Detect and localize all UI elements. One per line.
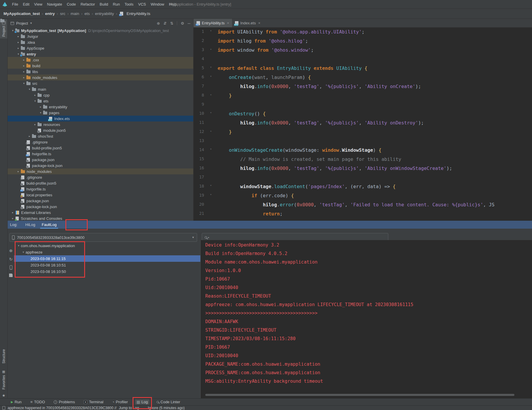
hide-icon[interactable]: ─ — [188, 21, 190, 26]
menu-run[interactable]: Run — [111, 2, 122, 6]
tree-item-ets[interactable]: ▾ets — [8, 98, 193, 104]
fault-package-row[interactable]: ▾com.ohos.huawei.myapplication — [14, 242, 200, 249]
tree-item-scratches and consoles[interactable]: ▸Scratches and Consoles — [8, 215, 193, 221]
editor[interactable]: EntryAbility.ts×Index.ets× 1▾import UIAb… — [194, 19, 532, 221]
chevron-right-icon[interactable]: ▸ — [27, 135, 32, 138]
toolbar-run-button[interactable]: ▶Run — [9, 399, 23, 404]
menu-build[interactable]: Build — [97, 2, 111, 6]
fold-marker-icon[interactable]: ▾ — [204, 147, 218, 156]
chevron-right-icon[interactable]: ▸ — [16, 47, 21, 50]
chevron-right-icon[interactable]: ▸ — [33, 123, 37, 126]
crosshair-icon[interactable]: ⊕ — [9, 248, 13, 253]
tree-item-index.ets[interactable]: Index.ets — [8, 116, 193, 122]
fold-marker-icon[interactable]: ▾ — [204, 193, 218, 202]
breadcrumb-item-myapplication_test[interactable]: MyApplication_test — [4, 11, 40, 16]
breadcrumb-item-entry[interactable]: entry — [45, 11, 55, 16]
breadcrumb-item-src[interactable]: src — [60, 11, 65, 16]
chevron-right-icon[interactable]: ▸ — [22, 70, 26, 73]
breadcrumb-item-entryability[interactable]: entryability — [95, 11, 114, 16]
tree-item-package-lock.json[interactable]: package-lock.json — [8, 204, 193, 210]
tree-item-cpp[interactable]: ▸cpp — [8, 92, 193, 98]
tree-item-hvigorfile.ts[interactable]: hvigorfile.ts — [8, 151, 193, 157]
tree-item-.hvigor[interactable]: ▸.hvigor — [8, 33, 193, 39]
chevron-down-icon[interactable]: ▼ — [30, 22, 32, 25]
toolbar-profiler-button[interactable]: ◔Profiler — [111, 399, 129, 404]
chevron-right-icon[interactable]: ▸ — [11, 217, 15, 220]
fault-entry-row[interactable]: 2023-03-08 16:11:15 — [14, 255, 200, 262]
stripe-favorites-button[interactable]: Favorites — [0, 375, 7, 389]
horizontal-scrollbar[interactable] — [205, 394, 514, 396]
tree-item-package.json[interactable]: package.json — [8, 157, 193, 163]
tree-item-main[interactable]: ▾main — [8, 86, 193, 92]
menu-tools[interactable]: Tools — [122, 2, 136, 6]
fold-marker-icon[interactable]: ▾ — [204, 65, 218, 75]
tree-item-build[interactable]: ▸build — [8, 63, 193, 69]
chevron-right-icon[interactable]: ▸ — [38, 105, 43, 108]
chevron-down-icon[interactable]: ▾ — [21, 251, 26, 254]
tab-faultlog[interactable]: FaultLog — [38, 221, 60, 229]
star-icon[interactable]: ★ — [0, 393, 7, 398]
tree-item-local.properties[interactable]: local.properties — [8, 192, 193, 198]
menu-window[interactable]: Window — [148, 2, 167, 6]
tree-item-appscope[interactable]: ▸AppScope — [8, 45, 193, 51]
fault-group-row[interactable]: ▾appfreeze — [14, 249, 200, 255]
jump-to-log-link[interactable]: Jump to Log — [119, 406, 139, 410]
folder-icon[interactable] — [0, 19, 4, 22]
tree-item-node_modules[interactable]: ▸node_modules — [8, 75, 193, 80]
chevron-down-icon[interactable]: ▾ — [22, 82, 26, 85]
chevron-right-icon[interactable]: ▸ — [16, 170, 21, 173]
code-area[interactable]: 1▾import UIAbility from '@ohos.app.abili… — [194, 28, 532, 220]
tree-item-.idea[interactable]: ▸.idea — [8, 39, 193, 45]
tree-item-package.json[interactable]: package.json — [8, 198, 193, 204]
device-selector[interactable]: 7001005458323933328a013ce39c3800 ▼ — [9, 233, 197, 242]
chevron-down-icon[interactable]: ▾ — [33, 99, 37, 102]
tree-item-module.json5[interactable]: module.json5 — [8, 127, 193, 133]
collapse-all-icon[interactable]: ⇅ — [170, 21, 173, 26]
menu-view[interactable]: View — [32, 2, 45, 6]
tree-item-src[interactable]: ▾src — [8, 80, 193, 86]
tree-item-pages[interactable]: ▾pages — [8, 110, 193, 116]
tree-item-.cxx[interactable]: ▸.cxx — [8, 57, 193, 63]
fold-marker-icon[interactable]: ▾ — [204, 75, 218, 84]
menu-navigate[interactable]: Navigate — [45, 2, 64, 6]
menu-refactor[interactable]: Refactor — [78, 2, 97, 6]
chevron-right-icon[interactable]: ▸ — [22, 64, 26, 67]
chevron-down-icon[interactable]: ▾ — [38, 111, 43, 114]
chevron-right-icon[interactable]: ▸ — [16, 41, 21, 44]
chevron-right-icon[interactable]: ▸ — [22, 76, 26, 79]
tab-index.ets[interactable]: Index.ets× — [232, 19, 263, 27]
chevron-down-icon[interactable]: ▾ — [16, 53, 21, 55]
tree-item-node_modules[interactable]: ▸node_modules — [8, 168, 193, 174]
tree-item-.gitignore[interactable]: .gitignore — [8, 139, 193, 145]
tree-item-build-profile.json5[interactable]: build-profile.json5 — [8, 180, 193, 186]
breadcrumb-item-entryability.ts[interactable]: EntryAbility.ts — [119, 11, 150, 16]
chevron-down-icon[interactable]: ▾ — [11, 29, 15, 32]
stripe-structure-button[interactable]: Structure — [0, 349, 7, 364]
toolbar-problems-button[interactable]: !Problems — [52, 399, 76, 404]
tree-item-package-lock.json[interactable]: package-lock.json — [8, 163, 193, 168]
menu-file[interactable]: File — [10, 2, 21, 6]
expand-all-icon[interactable]: ⇵ — [163, 21, 167, 26]
chevron-right-icon[interactable]: ▸ — [33, 94, 37, 97]
menu-code[interactable]: Code — [65, 2, 78, 6]
tree-item-entry[interactable]: ▾entry — [8, 51, 193, 57]
tree-item-libs[interactable]: ▸libs — [8, 69, 193, 75]
toolbar-terminal-button[interactable]: ▸Terminal — [82, 399, 105, 404]
ignore-link[interactable]: Ignore (5 minutes ago) — [148, 406, 185, 410]
tab-hilog[interactable]: HiLog — [22, 221, 38, 229]
grid-icon[interactable]: ▦ — [0, 370, 7, 374]
fold-marker-icon[interactable]: ▾ — [204, 29, 218, 38]
device-icon[interactable] — [10, 265, 12, 270]
chevron-right-icon[interactable]: ▸ — [11, 211, 15, 214]
fault-detail-panel[interactable]: Device info:OpenHarmony 3.2Build info:Op… — [201, 240, 532, 398]
fold-marker-icon[interactable]: ▴ — [204, 93, 218, 102]
fault-entry-row[interactable]: 2023-03-08 16:10:51 — [14, 262, 200, 268]
fold-marker-icon[interactable]: ▴ — [204, 47, 218, 56]
menu-vcs[interactable]: VCS — [136, 2, 148, 6]
tree-item-resources[interactable]: ▸resources — [8, 122, 193, 127]
chevron-down-icon[interactable]: ▾ — [16, 244, 21, 247]
refresh-icon[interactable]: ↻ — [9, 257, 13, 261]
close-icon[interactable]: × — [258, 21, 260, 25]
fold-marker-icon[interactable]: ▾ — [204, 184, 218, 193]
chevron-right-icon[interactable]: ▸ — [22, 58, 26, 61]
